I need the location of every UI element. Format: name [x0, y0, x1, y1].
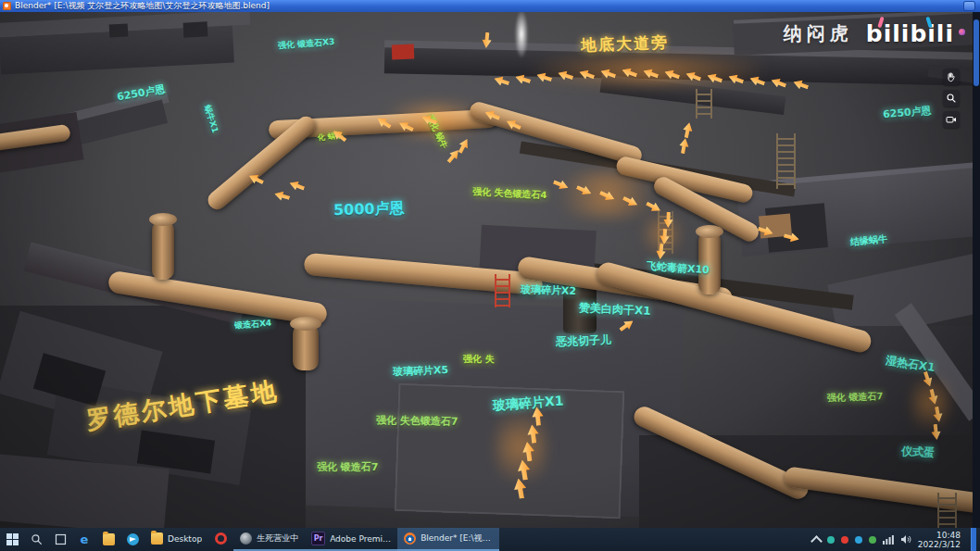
window-titlebar[interactable]: Blender* [E:\视频 艾尔登之环攻略地图\艾尔登之环攻略地图.blen…	[0, 0, 980, 12]
map-scene: 地底大道旁强化 锻造石X36250卢恩6250卢恩蜗牛X1强化 蜗牛化 蜗牛50…	[0, 12, 980, 528]
explorer-button[interactable]	[96, 528, 120, 551]
map-label: 罗德尔地下墓地	[83, 374, 281, 437]
start-button[interactable]	[0, 528, 24, 551]
route-arrow	[396, 119, 415, 135]
route-arrow	[644, 199, 662, 216]
map-label: 强化 锻造石X3	[278, 36, 335, 52]
camera-tool-button[interactable]	[943, 111, 960, 128]
route-arrow	[757, 224, 775, 239]
route-arrow	[493, 74, 511, 89]
route-arrow	[770, 75, 788, 90]
route-arrow	[512, 477, 529, 499]
tray-app-icon[interactable]	[841, 536, 848, 544]
route-arrow	[706, 70, 724, 85]
opera-icon	[215, 532, 227, 545]
tray-app-icon[interactable]	[855, 536, 862, 544]
titlebar-button[interactable]	[964, 2, 974, 10]
scrollbar-thumb[interactable]	[974, 19, 979, 86]
map-label: 玻璃碎片X1	[492, 393, 564, 414]
route-arrow	[552, 177, 571, 193]
map-label: 湿热石X1	[885, 353, 936, 376]
clock-date: 2022/3/12	[918, 540, 961, 549]
system-tray: 10:48 2022/3/12	[812, 528, 980, 551]
telegram-icon	[127, 533, 139, 545]
map-label: 5000卢恩	[333, 199, 405, 221]
hand-tool-button[interactable]	[943, 69, 960, 85]
taskbar-app-game[interactable]: 生死营业中	[233, 528, 305, 551]
search-button[interactable]	[24, 528, 48, 551]
premiere-icon: Pr	[311, 532, 325, 545]
map-label: 恶兆切子儿	[556, 332, 612, 350]
route-arrow	[514, 72, 532, 86]
route-arrow	[655, 243, 667, 259]
route-arrow	[678, 137, 691, 155]
taskbar-app-desktop[interactable]: Desktop	[144, 528, 208, 551]
map-label: 仪式蛋	[901, 444, 936, 460]
windows-logo-icon	[6, 533, 19, 545]
route-arrow	[930, 423, 942, 440]
route-arrow	[599, 67, 618, 81]
tray-clock[interactable]: 10:48 2022/3/12	[918, 531, 961, 549]
tray-chevron-up-icon[interactable]	[810, 535, 823, 547]
show-desktop-button[interactable]	[971, 528, 976, 551]
route-arrow	[484, 107, 502, 123]
tray-app-icon[interactable]	[827, 536, 835, 544]
blender-app-icon	[3, 2, 11, 10]
telegram-button[interactable]	[120, 528, 144, 551]
route-arrow	[504, 117, 522, 133]
taskbar-app-blender[interactable]: Blender* [E:\视频...	[397, 528, 499, 551]
route-arrow	[748, 73, 767, 88]
route-arrow	[617, 317, 635, 334]
route-arrow	[288, 178, 307, 193]
screen: Blender* [E:\视频 艾尔登之环攻略地图\艾尔登之环攻略地图.blen…	[0, 0, 980, 551]
map-label: 强化 失色锻造石7	[376, 413, 459, 429]
route-arrow	[578, 68, 597, 82]
map-label: 6250卢恩	[116, 82, 166, 105]
map-label: 强化 失	[463, 353, 494, 366]
route-arrow	[516, 458, 533, 481]
route-arrow	[273, 189, 291, 203]
map-label: 强化 锻造石7	[827, 390, 884, 405]
route-arrow	[727, 71, 746, 86]
route-arrow	[663, 67, 682, 81]
route-arrow	[681, 121, 694, 139]
watermark: 纳闷虎 bilibili	[784, 20, 954, 47]
viewport-scrollbar[interactable]	[973, 12, 980, 528]
edge-button[interactable]: e	[72, 528, 96, 551]
volume-icon[interactable]	[900, 534, 911, 545]
taskbar: e Desktop 生死营业中 Pr Adobe Premiere ... Bl…	[0, 528, 980, 551]
taskbar-app-label: Blender* [E:\视频...	[421, 532, 493, 545]
bilibili-logo: bilibili	[866, 20, 954, 47]
game-icon	[240, 532, 252, 545]
route-arrow	[685, 69, 703, 83]
route-arrow	[659, 229, 670, 245]
map-label: 地底大道旁	[581, 31, 670, 56]
clock-time: 10:48	[918, 531, 961, 540]
taskbar-app-premiere[interactable]: Pr Adobe Premiere ...	[305, 528, 397, 551]
map-label: 6250卢恩	[882, 104, 932, 122]
map-label: 锻造石X4	[234, 318, 272, 332]
route-arrow	[574, 182, 593, 198]
map-label: 飞蛇毒箭X10	[647, 259, 710, 278]
3d-viewport[interactable]: 地底大道旁强化 锻造石X36250卢恩6250卢恩蜗牛X1强化 蜗牛化 蜗牛50…	[0, 12, 980, 528]
route-arrow	[597, 188, 616, 204]
window-title: Blender* [E:\视频 艾尔登之环攻略地图\艾尔登之环攻略地图.blen…	[15, 2, 270, 10]
taskbar-app-label: Desktop	[168, 534, 202, 544]
taskbar-app-opera[interactable]	[208, 528, 233, 551]
edge-icon: e	[81, 533, 89, 545]
route-arrow	[642, 66, 660, 81]
zoom-tool-button[interactable]	[943, 90, 960, 106]
task-view-button[interactable]	[48, 528, 72, 551]
map-overlay: 地底大道旁强化 锻造石X36250卢恩6250卢恩蜗牛X1强化 蜗牛化 蜗牛50…	[0, 12, 980, 528]
map-label: 玻璃碎片X2	[521, 282, 577, 298]
route-arrow	[535, 70, 554, 85]
tray-app-icon[interactable]	[869, 536, 876, 544]
camera-icon	[946, 114, 957, 125]
folder-icon	[151, 532, 163, 545]
hand-icon	[946, 71, 957, 82]
route-arrow	[621, 194, 639, 209]
network-icon[interactable]	[883, 534, 894, 545]
route-arrow	[481, 32, 492, 49]
route-arrow	[792, 77, 810, 92]
bilibili-dot-icon	[959, 29, 965, 35]
